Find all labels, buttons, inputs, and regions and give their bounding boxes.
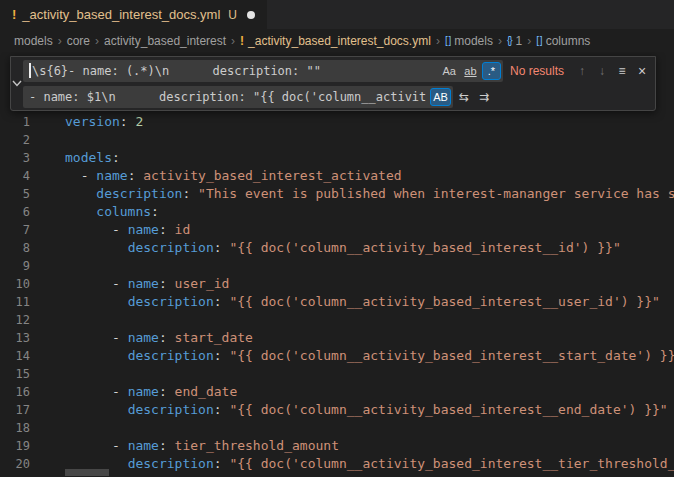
- symbol-array-icon: [ ]: [445, 35, 450, 46]
- code-line[interactable]: 12: [0, 311, 674, 329]
- toggle-replace-button[interactable]: [11, 57, 23, 110]
- line-number: 5: [0, 185, 30, 203]
- code-line[interactable]: 14 description: "{{ doc('column__activit…: [0, 347, 674, 365]
- code-line[interactable]: 2: [0, 131, 674, 149]
- line-content: - name: activity_based_interest_activate…: [65, 167, 402, 185]
- line-content: models:: [65, 149, 120, 167]
- line-number: 9: [0, 257, 30, 275]
- find-query-text: \s{6}- name: (.*)\n description: "": [32, 64, 436, 78]
- find-results-count: No results: [510, 64, 564, 78]
- code-line[interactable]: 7 - name: id: [0, 221, 674, 239]
- breadcrumb-item-activity-based-interest[interactable]: activity_based_interest: [104, 34, 226, 48]
- symbol-array-icon: [ ]: [536, 35, 541, 46]
- preserve-case-toggle[interactable]: AB: [430, 88, 451, 106]
- replace-options: AB: [430, 88, 451, 106]
- tab-bar: ! _activity_based_interest_docs.yml U: [0, 0, 674, 29]
- breadcrumb-item-file[interactable]: !_activity_based_interest_docs.yml: [240, 34, 431, 48]
- unsaved-indicator-dot[interactable]: [247, 11, 255, 19]
- line-number: 4: [0, 167, 30, 185]
- yaml-warning-icon: !: [12, 7, 16, 22]
- line-number: 8: [0, 239, 30, 257]
- line-content: description: "{{ doc('column__activity_b…: [65, 401, 668, 419]
- code-line[interactable]: 19 - name: tier_threshold_amount: [0, 437, 674, 455]
- breadcrumb-separator: ›: [498, 34, 502, 48]
- git-status-badge: U: [228, 8, 237, 22]
- match-case-toggle[interactable]: Aa: [440, 62, 459, 80]
- close-find-widget-button[interactable]: ×: [633, 62, 651, 80]
- find-previous-button[interactable]: ↑: [573, 62, 591, 80]
- replace-row: - name: $1\n description: "{{ doc('colum…: [23, 86, 651, 108]
- code-line[interactable]: 4 - name: activity_based_interest_activa…: [0, 167, 674, 185]
- line-content: - name: start_date: [65, 329, 253, 347]
- line-content: - name: user_id: [65, 275, 229, 293]
- line-number: 6: [0, 203, 30, 221]
- line-content: description: "{{ doc('column__activity_b…: [65, 293, 660, 311]
- line-number: 12: [0, 311, 30, 329]
- line-number: 18: [0, 419, 30, 437]
- line-content: columns:: [65, 203, 159, 221]
- tab-title: _activity_based_interest_docs.yml: [22, 7, 220, 22]
- code-line[interactable]: 5 description: "This event is published …: [0, 185, 674, 203]
- line-content: - name: end_date: [65, 383, 237, 401]
- line-content: description: "{{ doc('column__activity_b…: [65, 347, 674, 365]
- replace-input[interactable]: - name: $1\n description: "{{ doc('colum…: [23, 86, 453, 108]
- line-number: 2: [0, 131, 30, 149]
- replace-all-button[interactable]: ⇉: [475, 88, 493, 106]
- find-input[interactable]: \s{6}- name: (.*)\n description: "" Aa a…: [23, 60, 503, 82]
- line-number: 13: [0, 329, 30, 347]
- code-line[interactable]: 17 description: "{{ doc('column__activit…: [0, 401, 674, 419]
- code-line[interactable]: 3models:: [0, 149, 674, 167]
- code-area: 1version: 223models:4 - name: activity_b…: [0, 52, 674, 473]
- find-next-button[interactable]: ↓: [593, 62, 611, 80]
- code-line[interactable]: 6 columns:: [0, 203, 674, 221]
- code-line[interactable]: 1version: 2: [0, 113, 674, 131]
- warning-icon: !: [240, 34, 244, 48]
- find-in-selection-button[interactable]: ≡: [613, 62, 631, 80]
- code-line[interactable]: 10 - name: user_id: [0, 275, 674, 293]
- breadcrumb-item-core[interactable]: core: [67, 34, 90, 48]
- editor-pane[interactable]: 1version: 223models:4 - name: activity_b…: [0, 52, 674, 477]
- editor-tab[interactable]: ! _activity_based_interest_docs.yml U: [0, 0, 268, 29]
- line-content: description: "{{ doc('column__activity_b…: [65, 455, 674, 473]
- breadcrumb-item-models-folder[interactable]: models: [14, 34, 53, 48]
- breadcrumb-separator: ›: [95, 34, 99, 48]
- line-content: - name: id: [65, 221, 190, 239]
- breadcrumb-separator: ›: [231, 34, 235, 48]
- line-content: - name: tier_threshold_amount: [65, 437, 339, 455]
- code-line[interactable]: 15: [0, 365, 674, 383]
- find-widget: \s{6}- name: (.*)\n description: "" Aa a…: [10, 56, 656, 111]
- line-content: description: "{{ doc('column__activity_b…: [65, 239, 621, 257]
- line-number: 15: [0, 365, 30, 383]
- line-number: 1: [0, 113, 30, 131]
- breadcrumb-separator: ›: [58, 34, 62, 48]
- breadcrumb-item-symbol-columns[interactable]: [ ]columns: [536, 34, 590, 48]
- whole-word-toggle[interactable]: ab: [461, 62, 480, 80]
- breadcrumb-separator: ›: [436, 34, 440, 48]
- code-line[interactable]: 13 - name: start_date: [0, 329, 674, 347]
- line-number: 7: [0, 221, 30, 239]
- line-number: 10: [0, 275, 30, 293]
- breadcrumb-item-symbol-models[interactable]: [ ]models: [445, 34, 493, 48]
- breadcrumb-item-symbol-1[interactable]: {}1: [507, 34, 522, 48]
- replace-value-text: - name: $1\n description: "{{ doc('colum…: [29, 90, 426, 104]
- code-line[interactable]: 18: [0, 419, 674, 437]
- line-number: 16: [0, 383, 30, 401]
- line-number: 14: [0, 347, 30, 365]
- line-number: 19: [0, 437, 30, 455]
- line-number: 3: [0, 149, 30, 167]
- find-row: \s{6}- name: (.*)\n description: "" Aa a…: [23, 60, 651, 82]
- code-line[interactable]: 8 description: "{{ doc('column__activity…: [0, 239, 674, 257]
- find-options: Aa ab .*: [440, 62, 501, 80]
- horizontal-scrollbar-thumb[interactable]: [65, 469, 109, 476]
- regex-toggle[interactable]: .*: [482, 62, 501, 80]
- line-content: version: 2: [65, 113, 143, 131]
- symbol-object-icon: {}: [507, 35, 512, 46]
- find-widget-rows: \s{6}- name: (.*)\n description: "" Aa a…: [23, 57, 655, 110]
- line-number: 17: [0, 401, 30, 419]
- code-line[interactable]: 16 - name: end_date: [0, 383, 674, 401]
- breadcrumb: models › core › activity_based_interest …: [0, 29, 674, 52]
- code-line[interactable]: 9: [0, 257, 674, 275]
- code-line[interactable]: 11 description: "{{ doc('column__activit…: [0, 293, 674, 311]
- replace-one-button[interactable]: ⇆: [455, 88, 473, 106]
- line-content: description: "This event is published wh…: [65, 185, 674, 203]
